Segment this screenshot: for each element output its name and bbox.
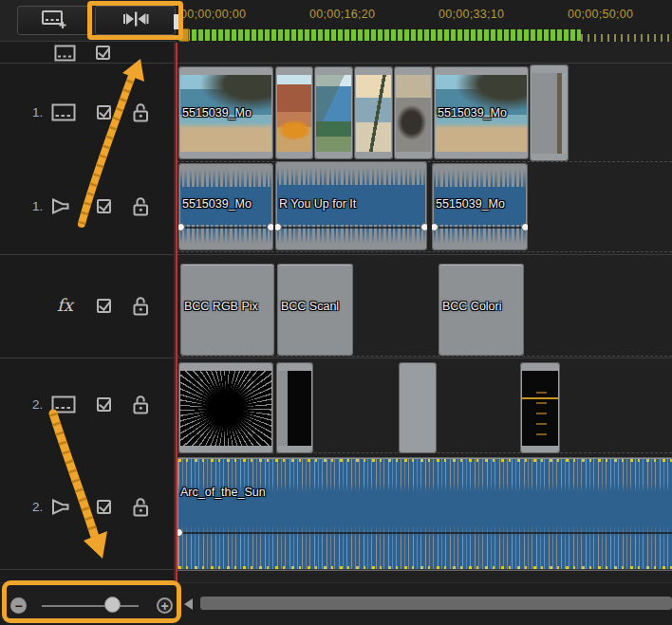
clip-label: 5515039_Mo	[182, 106, 252, 119]
snap-button[interactable]	[95, 6, 176, 35]
volume-keyframe[interactable]	[521, 223, 528, 231]
video-editor-timeline: 00;00;00;00 00;00;16;20 00;00;33;10 00;0…	[0, 0, 672, 625]
track-header-panel: 1. 1.	[0, 42, 174, 582]
track-number: 1.	[32, 105, 43, 119]
video-clip[interactable]	[178, 362, 273, 453]
clip-label: Arc_of_the_Sun	[180, 486, 266, 499]
video-clip[interactable]: 5515039_Mo	[434, 66, 529, 159]
audio-clip[interactable]: R You Up for It	[275, 161, 427, 250]
clip-label: 5515039_Mo	[436, 197, 505, 211]
clip-thumbnail	[316, 75, 351, 152]
lock-open-icon[interactable]	[131, 295, 151, 321]
volume-line[interactable]	[275, 227, 427, 229]
clip-label: BCC RGB Pix	[184, 300, 258, 313]
lock-open-icon[interactable]	[131, 195, 151, 221]
clip-thumbnail	[180, 371, 271, 446]
audio-clip[interactable]: 5515039_Mo	[178, 163, 273, 250]
track-enable-checkbox[interactable]	[97, 299, 111, 313]
add-track-icon	[40, 9, 68, 33]
zoom-out-button[interactable]: −	[10, 597, 27, 614]
video-track-icon	[51, 395, 77, 418]
lock-open-icon[interactable]	[131, 101, 151, 127]
effect-clip[interactable]: BCC Scanl	[277, 264, 353, 356]
playhead-grip[interactable]	[174, 14, 178, 29]
video-clip[interactable]	[314, 66, 353, 159]
clip-thumbnail	[396, 75, 431, 152]
volume-line[interactable]	[177, 532, 672, 534]
track-separator	[0, 63, 672, 64]
track-separator	[0, 569, 672, 570]
clip-thumbnail	[277, 75, 311, 152]
clip-label: 5515039_Mo	[438, 106, 507, 119]
track-number: 2.	[32, 500, 43, 514]
speaker-icon	[50, 496, 78, 522]
effect-clip[interactable]: BCC RGB Pix	[180, 264, 274, 356]
clip-label: 5515039_Mo	[182, 197, 252, 211]
audio-clip[interactable]: Arc_of_the_Sun	[177, 457, 672, 571]
playhead-marker[interactable]	[179, 28, 189, 42]
scroll-left-arrow[interactable]	[184, 598, 193, 610]
bottom-bar: − +	[0, 582, 672, 625]
timeline-ruler[interactable]: 00;00;00;00 00;00;16;20 00;00;33;10 00;0…	[177, 0, 672, 42]
zoom-slider-handle[interactable]	[104, 597, 121, 613]
video-clip[interactable]	[399, 362, 437, 453]
clip-thumbnail	[522, 371, 558, 446]
clip-label: BCC Colori	[442, 300, 502, 313]
track-guide-line	[177, 251, 672, 252]
audio-clip[interactable]: 5515039_Mo	[432, 163, 528, 250]
video-clip[interactable]	[275, 66, 313, 159]
video-track-icon	[51, 103, 77, 126]
audio-waveform	[178, 459, 672, 569]
video-clip[interactable]	[530, 64, 569, 161]
ruler-timecode: 00;00;16;20	[309, 8, 404, 21]
effect-clip[interactable]: BCC Colori	[439, 264, 524, 356]
ruler-minor-ticks	[581, 34, 672, 42]
track-guide-line	[177, 356, 672, 357]
master-track-checkbox[interactable]	[96, 46, 110, 60]
clip-thumbnail	[356, 75, 391, 152]
playhead-line[interactable]	[176, 43, 177, 582]
track-separator	[0, 254, 672, 255]
ruler-timecode: 00;00;00;00	[180, 8, 275, 21]
video-clip[interactable]	[276, 362, 313, 453]
track-enable-checkbox[interactable]	[97, 397, 111, 412]
speaker-icon	[50, 195, 78, 221]
timeline-area: 5515039_Mo 5515039_Mo 5515039_Mo	[177, 42, 672, 582]
track-number: 1.	[32, 199, 43, 213]
volume-line[interactable]	[178, 227, 273, 229]
fx-track-label: fx	[57, 295, 73, 315]
clip-label: BCC Scanl	[281, 300, 339, 313]
video-clip[interactable]: 5515039_Mo	[178, 66, 273, 159]
lock-open-icon[interactable]	[131, 394, 151, 419]
volume-line[interactable]	[432, 227, 528, 229]
add-track-button[interactable]	[17, 6, 90, 35]
video-clip[interactable]	[520, 362, 560, 453]
clip-thumbnail	[532, 73, 567, 154]
volume-keyframe[interactable]	[420, 223, 427, 231]
zoom-in-button[interactable]: +	[157, 597, 173, 614]
track-enable-checkbox[interactable]	[97, 199, 111, 213]
clip-thumbnail	[278, 371, 311, 446]
ruler-timecode: 00;00;50;00	[568, 8, 663, 21]
track-enable-checkbox[interactable]	[97, 500, 111, 514]
render-status-bar	[178, 29, 581, 41]
snap-icon	[121, 9, 150, 32]
track-enable-checkbox[interactable]	[97, 105, 111, 119]
track-separator	[0, 358, 672, 358]
volume-keyframe[interactable]	[267, 223, 273, 231]
track-number: 2.	[32, 397, 43, 412]
video-clip[interactable]	[394, 66, 433, 159]
ruler-timecode: 00;00;33;10	[439, 8, 533, 21]
clip-label: R You Up for It	[279, 197, 356, 211]
zoom-slider-track[interactable]	[42, 605, 139, 607]
lock-open-icon[interactable]	[131, 496, 151, 522]
horizontal-scrollbar[interactable]	[200, 597, 672, 610]
video-clip[interactable]	[354, 66, 393, 159]
waveform-peak-ticks	[178, 459, 672, 462]
